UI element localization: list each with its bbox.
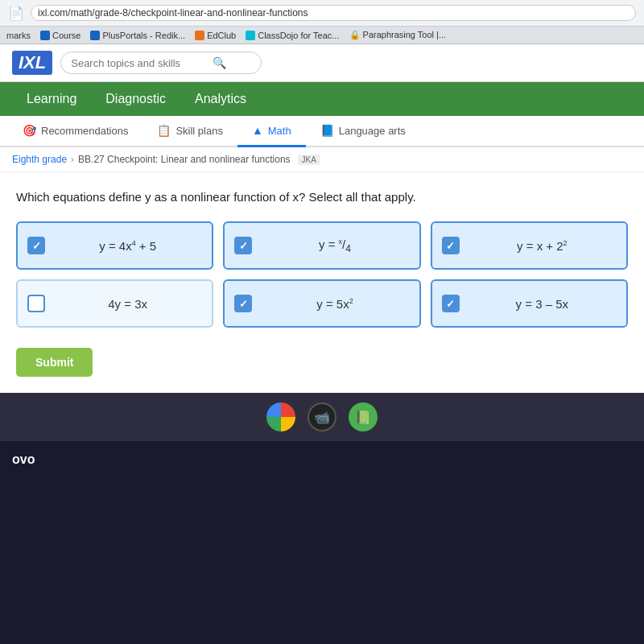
ovo-label: ovo: [12, 452, 35, 467]
submit-button[interactable]: Submit: [16, 348, 93, 377]
equation-4: 4y = 3x: [53, 297, 202, 311]
page-content: IXL 🔍 Learning Diagnostic Analytics 🎯 Re…: [0, 44, 644, 393]
checkbox-6[interactable]: [442, 295, 460, 312]
main-content: Which equations define y as a nonlinear …: [0, 172, 644, 393]
tab-skill-plans-label: Skill plans: [175, 125, 223, 137]
language-arts-icon: 📘: [320, 124, 334, 137]
answer-box-4[interactable]: 4y = 3x: [16, 279, 213, 328]
answer-box-5[interactable]: y = 5x2: [223, 279, 420, 328]
search-container: 🔍: [60, 52, 262, 74]
breadcrumb-skill: BB.27 Checkpoint: Linear and nonlinear f…: [78, 154, 291, 165]
search-icon[interactable]: 🔍: [213, 56, 226, 69]
bottom-bar: ovo: [0, 441, 644, 477]
equation-1: y = 4x4 + 5: [53, 239, 202, 253]
page-icon: 📄: [8, 6, 24, 21]
bookmark-marks[interactable]: marks: [6, 31, 31, 40]
jka-badge: JKA: [298, 155, 320, 165]
equation-6: y = 3 – 5x: [468, 297, 617, 311]
bookmarks-bar: marks Course PlusPortals - Redik... EdCl…: [0, 27, 644, 44]
answer-box-2[interactable]: y = x/4: [223, 221, 420, 270]
bookmark-icon-plusportals: [90, 31, 100, 40]
nav-bar: Learning Diagnostic Analytics: [0, 82, 644, 116]
ixl-logo: IXL: [12, 51, 52, 75]
chrome-icon[interactable]: [266, 402, 295, 431]
tab-skill-plans[interactable]: 📋 Skill plans: [142, 116, 237, 147]
answer-box-6[interactable]: y = 3 – 5x: [431, 279, 628, 328]
bookmark-icon-course: [40, 31, 50, 40]
taskbar: 📹 📗: [0, 393, 644, 441]
equation-2: y = x/4: [260, 237, 409, 254]
checkbox-5[interactable]: [234, 295, 252, 312]
checkbox-2[interactable]: [234, 237, 252, 254]
answer-box-1[interactable]: y = 4x4 + 5: [16, 221, 213, 270]
tabs-bar: 🎯 Recommendations 📋 Skill plans ▲ Math 📘…: [0, 116, 644, 147]
tab-recommendations-label: Recommendations: [41, 125, 128, 137]
browser-window: 📄 ixl.com/math/grade-8/checkpoint-linear…: [0, 0, 644, 477]
recommendations-icon: 🎯: [23, 124, 36, 137]
url-bar[interactable]: ixl.com/math/grade-8/checkpoint-linear-a…: [31, 5, 636, 21]
checkbox-1[interactable]: [27, 237, 45, 254]
nav-learning[interactable]: Learning: [12, 82, 91, 116]
nav-analytics[interactable]: Analytics: [180, 82, 261, 116]
bookmark-icon-classdojo: [246, 31, 255, 40]
question-text: Which equations define y as a nonlinear …: [16, 188, 628, 205]
checkbox-3[interactable]: [442, 237, 460, 254]
skill-plans-icon: 📋: [157, 124, 171, 137]
breadcrumb: Eighth grade › BB.27 Checkpoint: Linear …: [0, 147, 644, 172]
breadcrumb-grade[interactable]: Eighth grade: [12, 154, 67, 165]
answer-box-3[interactable]: y = x + 22: [431, 221, 628, 270]
equation-3: y = x + 22: [468, 239, 617, 253]
bookmark-course[interactable]: Course: [40, 31, 80, 40]
tab-language-arts-label: Language arts: [339, 125, 406, 137]
video-icon[interactable]: 📹: [308, 402, 336, 431]
bookmark-paraphrasing[interactable]: 🔒 Paraphrasing Tool |...: [349, 30, 447, 40]
ixl-search-bar: IXL 🔍: [0, 44, 644, 82]
math-icon: ▲: [252, 124, 263, 137]
bookmark-classdojo[interactable]: ClassDojo for Teac...: [246, 31, 339, 40]
search-input[interactable]: [71, 57, 206, 69]
tab-recommendations[interactable]: 🎯 Recommendations: [8, 116, 142, 147]
bookmark-icon-edclub: [195, 31, 204, 40]
green-icon[interactable]: 📗: [349, 402, 378, 431]
answers-grid: y = 4x4 + 5 y = x/4 y = x + 22 4y = 3x: [16, 221, 628, 328]
checkbox-4[interactable]: [27, 295, 45, 312]
tab-math[interactable]: ▲ Math: [237, 116, 306, 147]
tab-language-arts[interactable]: 📘 Language arts: [306, 116, 420, 147]
tab-math-label: Math: [268, 125, 291, 137]
address-bar: 📄 ixl.com/math/grade-8/checkpoint-linear…: [0, 0, 644, 27]
bookmark-edclub[interactable]: EdClub: [195, 31, 236, 40]
breadcrumb-separator: ›: [71, 154, 74, 165]
nav-diagnostic[interactable]: Diagnostic: [91, 82, 180, 116]
bookmark-plusportals[interactable]: PlusPortals - Redik...: [90, 31, 185, 40]
equation-5: y = 5x2: [260, 297, 409, 311]
